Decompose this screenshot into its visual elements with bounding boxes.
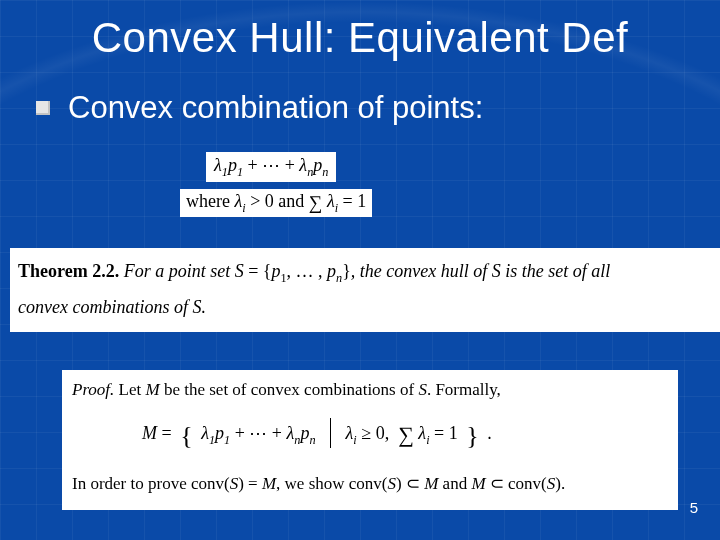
equation-where-clause: where λi > 0 and ∑ λi = 1 [180,189,372,217]
proof-box: Proof. Let M be the set of convex combin… [62,370,678,510]
bullet-text: Convex combination of points: [68,90,483,126]
equation-convex-combination: λ1p1 + ⋯ + λnpn [206,152,336,182]
page-number: 5 [690,499,698,516]
proof-equation: M = { λ1p1 + ⋯ + λnpn λi ≥ 0, ∑ λi = 1 }… [72,402,668,472]
theorem-line2: convex combinations of S. [18,297,206,317]
proof-line2: In order to prove conv(S) = M, we show c… [72,474,565,493]
proof-line1: Let M be the set of convex combinations … [119,380,501,399]
slide-title: Convex Hull: Equivalent Def [0,0,720,72]
bullet-row: Convex combination of points: [0,72,720,126]
theorem-box: Theorem 2.2. For a point set S = {p1, … … [10,248,720,332]
square-bullet-icon [36,101,50,115]
proof-label: Proof. [72,380,114,399]
theorem-label: Theorem 2.2. [18,261,119,281]
